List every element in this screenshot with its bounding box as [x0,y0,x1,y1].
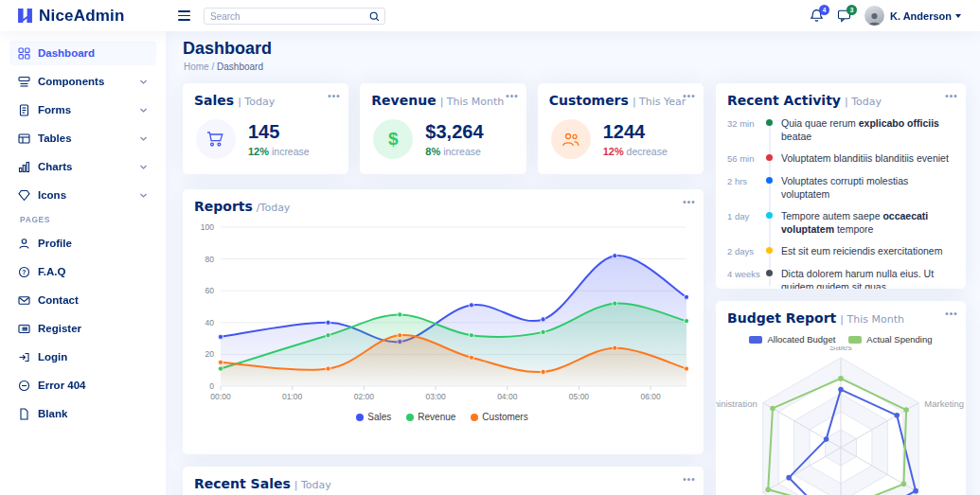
reports-chart: 02040608010000:0001:0002:0003:0004:0005:… [183,214,704,422]
card-filter: | Today [845,96,882,108]
activity-dot [766,177,773,184]
envelope-icon [18,294,30,307]
legend-dot [356,414,364,421]
svg-text:04:00: 04:00 [497,392,518,401]
sidebar-item-forms[interactable]: Forms [9,97,156,122]
svg-text:20: 20 [205,349,215,359]
reports-card: Reports/Today 02040608010000:0001:0002:0… [183,189,704,454]
profile-menu-button[interactable]: K. Anderson [864,6,961,26]
niceadmin-logo-icon [17,8,33,24]
reports-chart-legend: Sales Revenue Customers [190,412,694,422]
revenue-value: $3,264 [425,121,483,143]
sales-value: 145 [248,121,310,143]
card-menu-button[interactable] [684,474,694,485]
legend-dot [471,414,478,421]
svg-text:Marketing: Marketing [924,398,964,409]
cart-icon [196,119,236,159]
svg-text:?: ? [22,269,26,275]
notifications-button[interactable]: 4 [810,9,824,23]
ellipsis-icon [950,312,953,315]
legend-swatch [749,336,762,344]
card-menu-button[interactable] [329,91,339,101]
sidebar-item-profile[interactable]: Profile [9,231,156,256]
journal-icon [18,104,30,116]
sidebar-item-tables[interactable]: Tables [9,126,156,150]
sidebar-item-charts[interactable]: Charts [9,154,156,179]
budget-chart-legend: Allocated Budget Actual Spending [716,334,966,345]
user-name: K. Anderson [890,10,961,22]
activity-dot [766,212,773,219]
brand-logo[interactable]: NiceAdmin [0,7,161,26]
budget-radar-chart: SalesAdministrationInformation Technolog… [716,346,966,495]
legend-item-allocated-budget[interactable]: Allocated Budget [749,334,835,345]
sidebar-item-faq[interactable]: ? F.A.Q [9,259,156,284]
svg-text:0: 0 [209,381,214,391]
svg-text:Sales: Sales [829,346,852,352]
sidebar-item-error404[interactable]: Error 404 [9,373,156,398]
svg-text:80: 80 [205,255,215,264]
svg-text:05:00: 05:00 [569,392,590,401]
svg-text:03:00: 03:00 [425,392,446,401]
search-input[interactable] [205,11,369,22]
svg-text:100: 100 [201,222,214,232]
card-menu-button[interactable] [946,91,956,101]
customers-delta: 12% decrease [603,146,668,157]
pages-section-heading: PAGES [20,215,156,224]
brand-name: NiceAdmin [39,7,125,26]
sidebar-item-dashboard[interactable]: Dashboard [9,41,156,65]
svg-text:02:00: 02:00 [354,392,375,401]
card-filter: | Today [238,96,275,108]
sidebar-toggle-icon[interactable] [174,7,194,24]
sidebar-item-blank[interactable]: Blank [9,401,156,426]
messages-badge: 3 [846,5,857,15]
legend-dot [406,414,414,421]
activity-dot [766,247,773,254]
ellipsis-icon [687,478,690,481]
dollar-icon: $ [373,119,413,159]
sidebar: Dashboard Components Forms Tables [0,31,166,495]
card-filter: | This Year [633,96,686,108]
dash-circle-icon [18,380,30,392]
activity-dot [766,270,773,276]
breadcrumb: Home / Dashboard [184,62,966,72]
card-filter: | This Month [840,313,904,326]
card-menu-button[interactable] [684,91,694,101]
person-photo-icon [866,11,882,26]
sidebar-item-contact[interactable]: Contact [9,288,156,312]
search-button[interactable] [369,11,384,22]
sales-delta: 12% increase [248,146,310,157]
ellipsis-icon [332,95,335,97]
card-menu-button[interactable] [946,309,956,319]
legend-item-revenue[interactable]: Revenue [406,412,455,422]
legend-item-customers[interactable]: Customers [471,412,527,422]
recent-sales-card: Recent Sales| Today [183,467,704,495]
sidebar-item-icons[interactable]: Icons [9,183,156,207]
breadcrumb-home[interactable]: Home [184,62,209,72]
chevron-down-icon [139,78,148,86]
legend-item-sales[interactable]: Sales [356,412,391,422]
budget-report-card: Budget Report| This Month Allocated Budg… [716,301,966,495]
file-icon [18,408,30,420]
sidebar-item-register[interactable]: Register [9,316,156,341]
legend-item-actual-spending[interactable]: Actual Spending [848,334,932,345]
card-menu-button[interactable] [507,91,517,101]
recent-activity-card: Recent Activity| Today 32 min Quia quae … [716,83,966,289]
ellipsis-icon [510,95,513,97]
svg-text:40: 40 [205,318,215,327]
svg-text:Administration: Administration [716,398,757,409]
sidebar-item-components[interactable]: Components [9,69,156,94]
top-header: NiceAdmin 4 3 [0,0,980,31]
search-icon [369,11,380,22]
card-filter: | This Month [440,96,505,108]
breadcrumb-current: Dashboard [217,62,263,72]
sidebar-item-login[interactable]: Login [9,345,156,369]
svg-text:00:00: 00:00 [210,392,231,401]
reports-area-chart: 02040608010000:0001:0002:0003:0004:0005:… [190,218,688,407]
activity-item: 56 min Voluptatem blanditiis blanditiis … [727,152,954,166]
search-bar [204,8,385,25]
bar-chart-icon [18,161,30,173]
sales-card: Sales| Today 145 12% incr [183,83,348,174]
legend-swatch [848,336,862,344]
card-menu-button[interactable] [684,197,694,207]
messages-button[interactable]: 3 [837,9,851,23]
